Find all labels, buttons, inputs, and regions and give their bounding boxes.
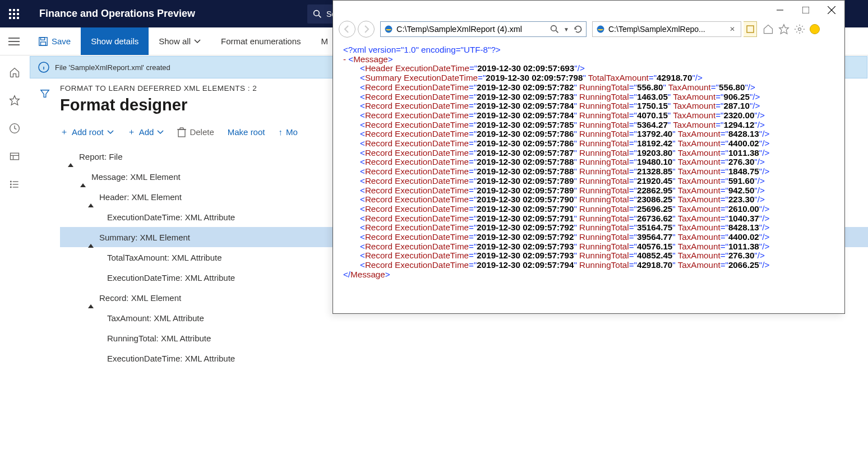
- close-button[interactable]: [819, 1, 844, 20]
- show-all-button[interactable]: Show all: [149, 27, 211, 55]
- svg-rect-10: [11, 153, 19, 160]
- window-controls: [333, 1, 844, 20]
- nav-rail: [0, 55, 29, 454]
- add-root-button[interactable]: ＋Add root: [60, 127, 114, 137]
- smiley-icon[interactable]: [810, 24, 820, 34]
- settings-icon[interactable]: [794, 24, 805, 35]
- show-details-button[interactable]: Show details: [81, 27, 149, 55]
- ie-logo-icon: [596, 25, 605, 34]
- svg-marker-8: [10, 96, 20, 105]
- svg-line-34: [556, 30, 558, 33]
- new-tab-button[interactable]: [744, 21, 757, 37]
- forward-button[interactable]: [358, 21, 375, 38]
- make-root-button[interactable]: Make root: [228, 127, 265, 137]
- home-icon[interactable]: [9, 67, 20, 78]
- favorites-icon[interactable]: [778, 24, 789, 35]
- address-bar[interactable]: C:\Temp\SampleXmlReport (4).xml ▼: [380, 21, 587, 37]
- chevron-down-icon: [107, 130, 114, 135]
- clock-icon[interactable]: [9, 123, 20, 134]
- filter-icon[interactable]: [40, 89, 50, 99]
- workspace-icon[interactable]: [9, 151, 20, 162]
- xml-viewer: <?xml version="1.0" encoding="UTF-8"?>- …: [333, 40, 844, 285]
- svg-point-33: [551, 26, 557, 31]
- tab-close-icon[interactable]: ✕: [730, 25, 735, 33]
- ie-toolbar: C:\Temp\SampleXmlReport (4).xml ▼ C:\Tem…: [333, 20, 844, 40]
- svg-rect-6: [41, 37, 45, 40]
- svg-point-13: [11, 181, 12, 182]
- tree-node-exec-dt3[interactable]: ExecutionDateTime: XML Attribute: [60, 348, 868, 368]
- add-button[interactable]: ＋Add: [127, 127, 164, 137]
- home-icon[interactable]: [763, 24, 774, 35]
- ie-logo-icon: [384, 25, 393, 34]
- info-text: File 'SampleXmlReport.xml' created: [55, 63, 170, 72]
- search-icon[interactable]: [550, 25, 559, 34]
- minimize-button[interactable]: [767, 1, 793, 20]
- svg-point-17: [11, 187, 12, 188]
- ie-window: C:\Temp\SampleXmlReport (4).xml ▼ C:\Tem…: [333, 0, 845, 314]
- hamburger-icon[interactable]: [0, 27, 28, 55]
- svg-point-38: [798, 28, 801, 31]
- save-label: Save: [52, 36, 71, 46]
- svg-marker-37: [779, 25, 789, 34]
- save-button[interactable]: Save: [28, 27, 81, 55]
- format-enums-button[interactable]: Format enumerations: [211, 27, 311, 55]
- svg-point-15: [11, 184, 12, 185]
- info-icon: [38, 62, 49, 73]
- app-title: Finance and Operations Preview: [28, 8, 195, 20]
- dropdown-icon[interactable]: ▼: [564, 26, 569, 33]
- tab-label: C:\Temp\SampleXmlRepo...: [608, 25, 705, 34]
- app-launcher-icon[interactable]: [0, 0, 28, 27]
- svg-marker-22: [40, 90, 48, 98]
- svg-rect-23: [178, 129, 185, 137]
- url-text: C:\Temp\SampleXmlReport (4).xml: [396, 25, 547, 34]
- svg-rect-29: [802, 7, 809, 13]
- refresh-icon[interactable]: [574, 25, 583, 34]
- browser-tab[interactable]: C:\Temp\SampleXmlRepo... ✕: [592, 21, 741, 37]
- delete-button[interactable]: Delete: [177, 127, 214, 137]
- chevron-down-icon: [157, 130, 164, 135]
- search-icon: [313, 10, 322, 18]
- star-icon[interactable]: [9, 95, 20, 106]
- svg-rect-36: [747, 26, 754, 33]
- svg-line-1: [318, 15, 321, 17]
- back-button[interactable]: [339, 21, 355, 38]
- modules-icon[interactable]: [9, 179, 20, 190]
- chevron-down-icon: [194, 39, 201, 44]
- move-up-button[interactable]: ↑Mo: [278, 127, 297, 137]
- svg-rect-7: [41, 41, 46, 45]
- trash-icon: [177, 127, 186, 137]
- svg-point-0: [314, 10, 320, 16]
- tree-node-running[interactable]: RunningTotal: XML Attribute: [60, 328, 868, 348]
- maximize-button[interactable]: [793, 1, 819, 20]
